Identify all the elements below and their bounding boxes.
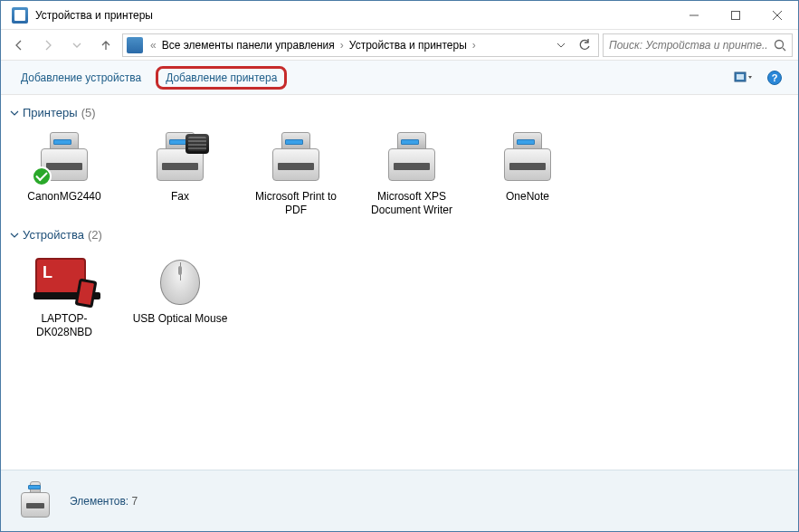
- breadcrumb[interactable]: « Все элементы панели управления › Устро…: [122, 33, 599, 57]
- titlebar: Устройства и принтеры: [1, 1, 798, 30]
- close-button[interactable]: [756, 1, 798, 29]
- device-item[interactable]: LAPTOP-DK028NBD: [10, 251, 119, 343]
- group-count: (2): [88, 228, 102, 242]
- view-icon: [734, 71, 754, 85]
- close-icon: [772, 10, 783, 21]
- fax-icon: [149, 132, 211, 185]
- arrow-right-icon: [41, 38, 55, 52]
- search-icon: [774, 39, 786, 52]
- content-area: Принтеры (5) CanonMG2440 Fax: [1, 95, 798, 470]
- printer-icon: [381, 132, 442, 185]
- status-icon: [14, 481, 57, 521]
- group-title: Устройства: [23, 228, 84, 242]
- printer-item[interactable]: Fax: [126, 128, 234, 221]
- printer-item[interactable]: CanonMG2440: [10, 128, 119, 221]
- printer-item[interactable]: Microsoft Print to PDF: [242, 128, 350, 221]
- device-label: OneNote: [506, 190, 549, 204]
- device-label: USB Optical Mouse: [133, 312, 228, 326]
- printer-item[interactable]: OneNote: [473, 128, 582, 221]
- toolbar: Добавление устройства Добавление принтер…: [1, 61, 798, 95]
- svg-rect-7: [737, 74, 744, 80]
- svg-point-4: [775, 40, 784, 48]
- nav-recent-button[interactable]: [64, 33, 90, 58]
- app-icon: [12, 7, 28, 24]
- add-printer-button[interactable]: Добавление принтера: [156, 66, 287, 90]
- breadcrumb-part-2[interactable]: Устройства и принтеры: [349, 39, 467, 52]
- chevron-down-icon: [71, 40, 82, 51]
- device-label: LAPTOP-DK028NBD: [14, 312, 114, 339]
- device-label: Microsoft Print to PDF: [246, 190, 346, 217]
- bc-prefix: «: [148, 39, 158, 52]
- breadcrumb-history-button[interactable]: [551, 34, 571, 56]
- window-buttons: [673, 1, 798, 29]
- printer-icon: [33, 132, 95, 185]
- device-label: Microsoft XPS Document Writer: [362, 190, 461, 217]
- minimize-button[interactable]: [673, 1, 715, 29]
- status-text: Элементов: 7: [70, 495, 138, 508]
- status-label: Элементов:: [70, 495, 128, 508]
- breadcrumb-part-1[interactable]: Все элементы панели управления: [162, 39, 335, 52]
- group-header-devices[interactable]: Устройства (2): [10, 228, 789, 242]
- printer-icon: [497, 132, 558, 185]
- group-title: Принтеры: [23, 106, 78, 119]
- bc-sep-1: ›: [338, 39, 346, 52]
- nav-back-button[interactable]: [6, 33, 32, 58]
- device-label: Fax: [171, 190, 189, 204]
- window: Устройства и принтеры «: [0, 0, 799, 532]
- mouse-icon: [149, 254, 211, 307]
- printer-icon: [265, 132, 327, 185]
- refresh-icon: [578, 39, 591, 52]
- maximize-button[interactable]: [715, 1, 756, 29]
- help-button[interactable]: ?: [762, 65, 787, 90]
- group-count: (5): [81, 106, 96, 119]
- status-count: 7: [132, 495, 138, 508]
- svg-line-5: [783, 48, 785, 51]
- printers-grid: CanonMG2440 Fax Microsoft Print to PDF: [10, 128, 789, 221]
- laptop-icon: [33, 254, 95, 307]
- view-options-button[interactable]: [731, 65, 756, 90]
- nav-up-button[interactable]: [93, 33, 119, 58]
- arrow-left-icon: [12, 38, 26, 52]
- control-panel-icon: [127, 37, 143, 53]
- devices-grid: LAPTOP-DK028NBD USB Optical Mouse: [10, 251, 789, 343]
- chevron-down-icon: [556, 41, 566, 50]
- minimize-icon: [689, 10, 699, 21]
- device-label: CanonMG2440: [27, 190, 100, 204]
- svg-text:?: ?: [772, 72, 778, 83]
- group-header-printers[interactable]: Принтеры (5): [10, 106, 789, 119]
- search-box[interactable]: [603, 33, 793, 57]
- svg-rect-1: [732, 11, 740, 19]
- window-title: Устройства и принтеры: [35, 9, 673, 22]
- nav-forward-button[interactable]: [35, 33, 61, 58]
- chevron-down-icon: [10, 109, 19, 118]
- arrow-up-icon: [99, 38, 113, 52]
- printer-item[interactable]: Microsoft XPS Document Writer: [357, 128, 466, 221]
- maximize-icon: [730, 10, 741, 21]
- bc-sep-2: ›: [471, 39, 478, 52]
- search-input[interactable]: [609, 39, 768, 52]
- refresh-button[interactable]: [575, 34, 594, 56]
- default-check-icon: [32, 166, 52, 186]
- statusbar: Элементов: 7: [1, 470, 798, 531]
- help-icon: ?: [766, 70, 783, 86]
- navbar: « Все элементы панели управления › Устро…: [1, 30, 798, 61]
- device-item[interactable]: USB Optical Mouse: [126, 251, 234, 343]
- chevron-down-icon: [10, 231, 19, 240]
- add-device-button[interactable]: Добавление устройства: [12, 66, 150, 90]
